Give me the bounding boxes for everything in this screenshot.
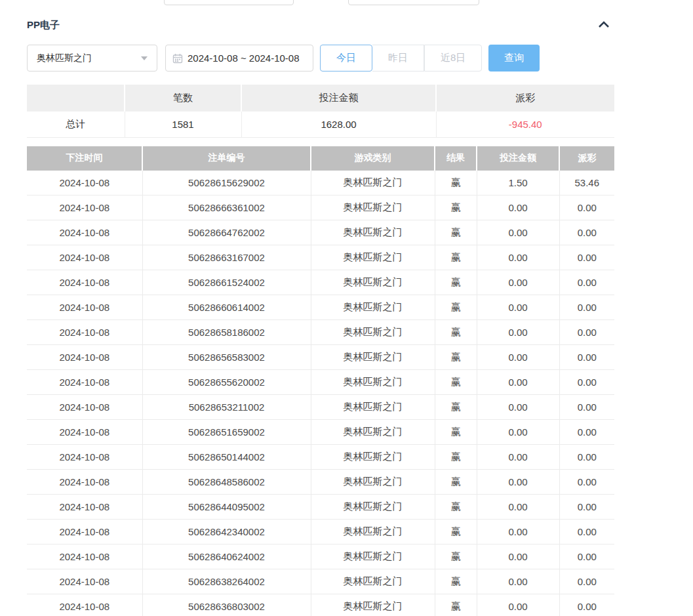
cell-game-type: 奥林匹斯之门 <box>311 171 435 195</box>
cell-result: 赢 <box>435 594 477 616</box>
game-select-value: 奥林匹斯之门 <box>37 52 141 64</box>
cell-bet-id: 50628666361002 <box>142 195 311 220</box>
cell-bet-id: 50628658186002 <box>142 320 311 345</box>
cell-bet-time: 2024-10-08 <box>27 495 142 520</box>
cell-bet-time: 2024-10-08 <box>27 220 142 245</box>
cell-result: 赢 <box>435 295 477 320</box>
table-row: 2024-10-0850628636803002奥林匹斯之门赢0.000.00 <box>27 594 614 616</box>
table-row: 2024-10-0850628642340002奥林匹斯之门赢0.000.00 <box>27 520 614 544</box>
table-row: 2024-10-0850628664762002奥林匹斯之门赢0.000.00 <box>27 220 614 245</box>
collapse-panel-button[interactable] <box>597 20 610 30</box>
cell-payout: 0.00 <box>559 345 614 370</box>
cell-bet-time: 2024-10-08 <box>27 171 142 195</box>
filter-row: 奥林匹斯之门 2024-10-08 ~ 2024-10-08 <box>27 45 614 72</box>
cell-bet-id: 50628636803002 <box>142 594 311 616</box>
table-row: 2024-10-0850628650144002奥林匹斯之门赢0.000.00 <box>27 445 614 470</box>
table-row: 2024-10-0850628651659002奥林匹斯之门赢0.000.00 <box>27 420 614 445</box>
game-select[interactable]: 奥林匹斯之门 <box>27 45 157 72</box>
cell-payout: 0.00 <box>559 370 614 395</box>
summary-total-row: 总计 1581 1628.00 -945.40 <box>27 112 614 137</box>
cell-bet-amount: 0.00 <box>477 445 559 470</box>
table-row: 2024-10-0850628666361002奥林匹斯之门赢0.000.00 <box>27 195 614 220</box>
summary-total-payout: -945.40 <box>436 112 614 137</box>
cell-bet-amount: 0.00 <box>477 544 559 569</box>
cell-bet-amount: 0.00 <box>477 295 559 320</box>
cell-bet-time: 2024-10-08 <box>27 520 142 544</box>
cell-result: 赢 <box>435 171 477 195</box>
cell-bet-id: 50628663167002 <box>142 245 311 270</box>
cell-bet-id: 50628615629002 <box>142 171 311 195</box>
cell-bet-amount: 0.00 <box>477 520 559 544</box>
table-row: 2024-10-0850628615629002奥林匹斯之门赢1.5053.46 <box>27 171 614 195</box>
cell-payout: 0.00 <box>559 470 614 495</box>
header-bet-id: 注单编号 <box>142 146 311 171</box>
cell-bet-id: 50628656583002 <box>142 345 311 370</box>
cell-bet-time: 2024-10-08 <box>27 295 142 320</box>
cell-bet-amount: 0.00 <box>477 270 559 295</box>
cell-result: 赢 <box>435 395 477 420</box>
cell-bet-id: 50628640624002 <box>142 544 311 569</box>
table-row: 2024-10-0850628653211002奥林匹斯之门赢0.000.00 <box>27 395 614 420</box>
cell-result: 赢 <box>435 245 477 270</box>
table-row: 2024-10-0850628655620002奥林匹斯之门赢0.000.00 <box>27 370 614 395</box>
cell-bet-time: 2024-10-08 <box>27 245 142 270</box>
chevron-up-icon <box>597 22 610 32</box>
summary-total-bet-amount: 1628.00 <box>241 112 436 137</box>
search-button[interactable]: 查询 <box>488 45 540 72</box>
table-header-row: 下注时间 注单编号 游戏类别 结果 投注金额 派彩 <box>27 146 614 171</box>
cell-bet-time: 2024-10-08 <box>27 345 142 370</box>
cell-bet-id: 50628642340002 <box>142 520 311 544</box>
summary-total-label: 总计 <box>27 112 125 137</box>
cell-game-type: 奥林匹斯之门 <box>311 594 435 616</box>
cell-result: 赢 <box>435 345 477 370</box>
table-row: 2024-10-0850628658186002奥林匹斯之门赢0.000.00 <box>27 320 614 345</box>
summary-header-bet-amount: 投注金额 <box>241 85 436 112</box>
cell-payout: 0.00 <box>559 245 614 270</box>
header-result: 结果 <box>435 146 477 171</box>
cell-bet-amount: 0.00 <box>477 195 559 220</box>
cell-game-type: 奥林匹斯之门 <box>311 370 435 395</box>
summary-header-payout: 派彩 <box>436 85 614 112</box>
cell-result: 赢 <box>435 420 477 445</box>
cell-bet-time: 2024-10-08 <box>27 395 142 420</box>
last-8-days-button[interactable]: 近8日 <box>424 45 482 72</box>
table-row: 2024-10-0850628648586002奥林匹斯之门赢0.000.00 <box>27 470 614 495</box>
cell-bet-amount: 0.00 <box>477 345 559 370</box>
cell-game-type: 奥林匹斯之门 <box>311 345 435 370</box>
cell-bet-id: 50628655620002 <box>142 370 311 395</box>
cell-game-type: 奥林匹斯之门 <box>311 495 435 520</box>
summary-table: 笔数 投注金额 派彩 总计 1581 1628.00 -945.40 <box>27 85 614 138</box>
cell-result: 赢 <box>435 320 477 345</box>
calendar-icon <box>172 53 183 64</box>
cell-game-type: 奥林匹斯之门 <box>311 320 435 345</box>
cell-bet-time: 2024-10-08 <box>27 320 142 345</box>
cell-bet-id: 50628648586002 <box>142 470 311 495</box>
cell-result: 赢 <box>435 520 477 544</box>
cell-game-type: 奥林匹斯之门 <box>311 420 435 445</box>
cell-bet-amount: 0.00 <box>477 569 559 594</box>
cell-bet-time: 2024-10-08 <box>27 569 142 594</box>
cell-bet-time: 2024-10-08 <box>27 195 142 220</box>
cell-payout: 0.00 <box>559 569 614 594</box>
yesterday-button[interactable]: 昨日 <box>372 45 424 72</box>
bet-records-table: 下注时间 注单编号 游戏类别 结果 投注金额 派彩 2024-10-085062… <box>27 146 614 616</box>
cell-bet-id: 50628651659002 <box>142 420 311 445</box>
cell-bet-time: 2024-10-08 <box>27 445 142 470</box>
cell-bet-amount: 0.00 <box>477 370 559 395</box>
header-bet-amount: 投注金额 <box>477 146 559 171</box>
cell-bet-amount: 0.00 <box>477 420 559 445</box>
cell-payout: 0.00 <box>559 295 614 320</box>
today-button[interactable]: 今日 <box>320 45 372 72</box>
table-row: 2024-10-0850628656583002奥林匹斯之门赢0.000.00 <box>27 345 614 370</box>
cell-result: 赢 <box>435 270 477 295</box>
cell-bet-id: 50628653211002 <box>142 395 311 420</box>
cell-bet-id: 50628650144002 <box>142 445 311 470</box>
cell-bet-amount: 0.00 <box>477 594 559 616</box>
summary-header-count: 笔数 <box>125 85 241 112</box>
cell-bet-time: 2024-10-08 <box>27 470 142 495</box>
table-row: 2024-10-0850628663167002奥林匹斯之门赢0.000.00 <box>27 245 614 270</box>
date-range-input[interactable]: 2024-10-08 ~ 2024-10-08 <box>165 45 313 72</box>
table-row: 2024-10-0850628660614002奥林匹斯之门赢0.000.00 <box>27 295 614 320</box>
cell-game-type: 奥林匹斯之门 <box>311 544 435 569</box>
cell-game-type: 奥林匹斯之门 <box>311 569 435 594</box>
